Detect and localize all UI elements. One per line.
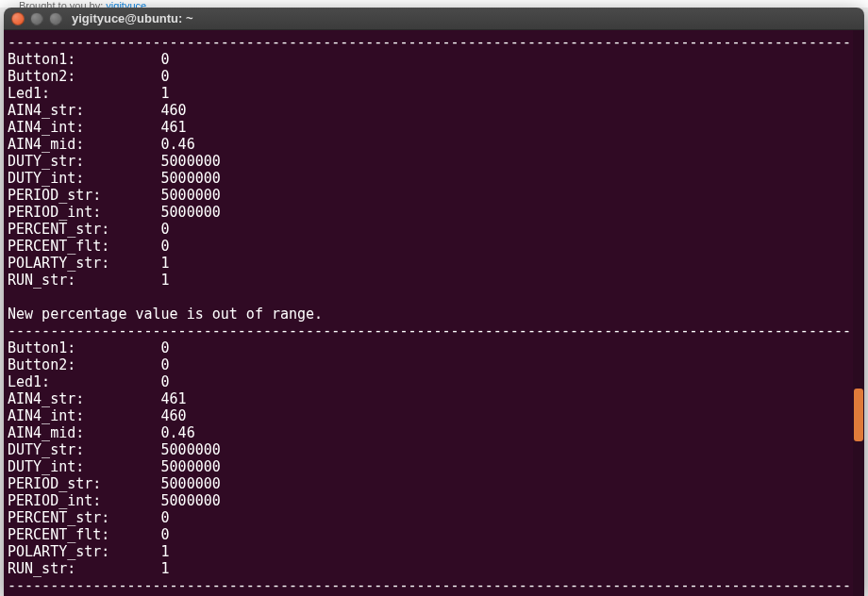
scrollbar-track[interactable] [853,30,864,596]
output-row: DUTY_int: 5000000 [8,458,864,475]
close-icon[interactable] [11,12,25,25]
page-header: Brought to you by: yigityuce [0,0,868,8]
output-row: AIN4_int: 461 [8,119,864,136]
terminal-window: yigityuce@ubuntu: ~ --------------------… [4,8,864,596]
output-row: PERIOD_int: 5000000 [8,492,864,509]
output-row: AIN4_str: 460 [8,102,864,119]
output-row: DUTY_str: 5000000 [8,153,864,170]
output-row: AIN4_mid: 0.46 [8,136,864,153]
output-row: PERIOD_str: 5000000 [8,475,864,492]
output-row: PERCENT_flt: 0 [8,238,864,255]
output-row: PERCENT_str: 0 [8,509,864,526]
output-row: PERCENT_str: 0 [8,221,864,238]
message-line: New percentage value is out of range. [8,306,864,323]
output-row: PERCENT_flt: 0 [8,526,864,543]
separator-line: ----------------------------------------… [8,323,864,339]
terminal-body[interactable]: ----------------------------------------… [4,30,864,596]
output-row: AIN4_str: 461 [8,390,864,407]
page-header-prefix: Brought to you by: [19,0,103,8]
output-row: DUTY_int: 5000000 [8,170,864,187]
scrollbar-thumb[interactable] [854,389,863,441]
output-row: RUN_str: 1 [8,272,864,289]
window-title: yigityuce@ubuntu: ~ [72,11,193,25]
maximize-icon[interactable] [49,12,62,25]
titlebar: yigityuce@ubuntu: ~ [4,8,864,30]
output-row: DUTY_str: 5000000 [8,441,864,458]
output-row: POLARTY_str: 1 [8,543,864,560]
output-row: PERIOD_str: 5000000 [8,187,864,204]
output-row: RUN_str: 1 [8,560,864,577]
output-row: Led1: 1 [8,85,864,102]
output-row: Button2: 0 [8,68,864,85]
output-block-1: Button1: 0Button2: 0Led1: 0AIN4_str: 461… [8,339,864,577]
output-row: Button1: 0 [8,51,864,68]
output-row: Led1: 0 [8,373,864,390]
separator-line: ----------------------------------------… [8,34,864,51]
blank-line [8,289,864,306]
output-row: Button2: 0 [8,356,864,373]
output-block-0: Button1: 0Button2: 0Led1: 1AIN4_str: 460… [8,51,864,289]
page-header-link[interactable]: yigityuce [106,0,146,8]
output-row: PERIOD_int: 5000000 [8,204,864,221]
output-row: POLARTY_str: 1 [8,255,864,272]
minimize-icon[interactable] [30,12,43,25]
output-row: AIN4_int: 460 [8,407,864,424]
output-row: Button1: 0 [8,339,864,356]
output-row: AIN4_mid: 0.46 [8,424,864,441]
separator-line: ----------------------------------------… [8,577,864,594]
